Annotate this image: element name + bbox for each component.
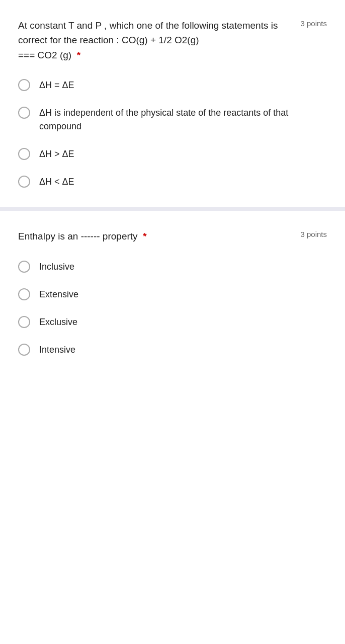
question-2-option-a[interactable]: Inclusive [18,260,327,274]
option-q2a-text: Inclusive [39,260,74,274]
question-2-points: 3 points [300,229,327,238]
question-1-option-b[interactable]: ΔH is independent of the physical state … [18,106,327,133]
question-2-options: Inclusive Extensive Exclusive Intensive [18,260,327,357]
question-1-option-a[interactable]: ΔH = ΔE [18,78,327,92]
radio-q2c[interactable] [18,316,30,328]
question-2: Enthalpy is an ------ property * 3 point… [0,211,345,374]
radio-q1c[interactable] [18,148,30,160]
question-2-option-b[interactable]: Extensive [18,288,327,301]
question-1-text-part1: At constant T and P , which one of the f… [18,20,278,45]
option-q1d-text: ΔH < ΔE [39,175,74,189]
question-2-option-c[interactable]: Exclusive [18,315,327,329]
radio-q2b[interactable] [18,288,30,300]
option-q1c-text: ΔH > ΔE [39,147,74,161]
question-1: At constant T and P , which one of the f… [0,0,345,207]
radio-q1d[interactable] [18,176,30,188]
question-2-text-part1: Enthalpy is an ------ property [18,231,138,242]
question-1-text: At constant T and P , which one of the f… [18,18,292,62]
question-2-text: Enthalpy is an ------ property * [18,229,292,244]
question-1-points: 3 points [300,18,327,28]
question-1-required: * [77,50,80,60]
radio-q1a[interactable] [18,79,30,91]
question-2-required: * [143,231,146,242]
option-q2b-text: Extensive [39,288,78,301]
radio-q2d[interactable] [18,344,30,356]
radio-q1b[interactable] [18,107,30,119]
question-1-text-part2: === CO2 (g) [18,50,71,60]
question-1-header: At constant T and P , which one of the f… [18,18,327,78]
question-2-option-d[interactable]: Intensive [18,343,327,357]
question-2-body: Enthalpy is an ------ property * [18,229,292,260]
section-divider [0,207,345,211]
option-q1b-text: ΔH is independent of the physical state … [39,106,327,133]
question-1-body: At constant T and P , which one of the f… [18,18,292,78]
question-1-options: ΔH = ΔE ΔH is independent of the physica… [18,78,327,189]
radio-q2a[interactable] [18,261,30,273]
question-1-option-c[interactable]: ΔH > ΔE [18,147,327,161]
option-q2c-text: Exclusive [39,315,77,329]
question-1-option-d[interactable]: ΔH < ΔE [18,175,327,189]
option-q1a-text: ΔH = ΔE [39,78,74,92]
question-2-header: Enthalpy is an ------ property * 3 point… [18,229,327,260]
option-q2d-text: Intensive [39,343,75,357]
